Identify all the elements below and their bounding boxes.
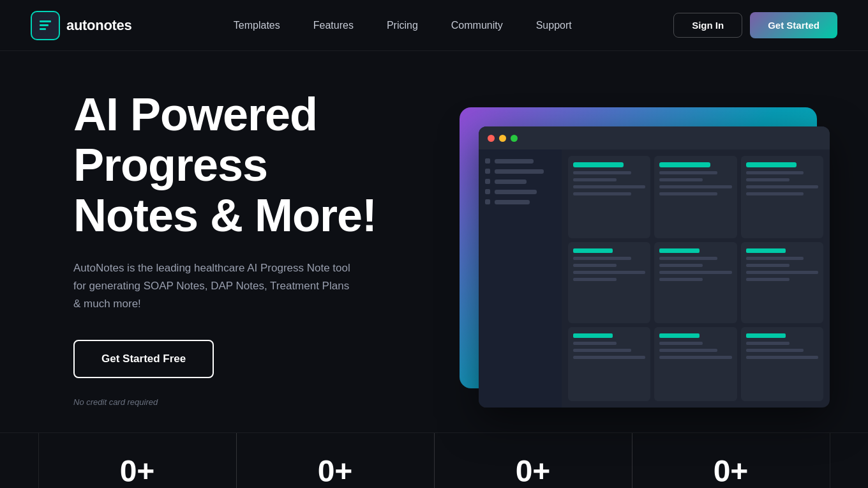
nav-link-features[interactable]: Features <box>299 15 368 36</box>
stat-item-orgs: 0+ Enterprise Organizations <box>236 433 435 488</box>
hero-title: AI Powered Progress Notes & More! <box>73 89 377 241</box>
mock-card <box>568 242 650 323</box>
mock-card-header <box>573 162 624 167</box>
mockup-content <box>479 149 830 408</box>
titlebar-dot-yellow <box>499 135 506 142</box>
hero-content: AI Powered Progress Notes & More! AutoNo… <box>73 89 377 407</box>
sidebar-mock-item <box>485 169 555 174</box>
stat-item-users: 0+ Users <box>38 433 237 488</box>
logo-icon <box>31 11 60 40</box>
mockup-window <box>479 126 830 408</box>
nav-link-support[interactable]: Support <box>522 15 586 36</box>
mock-card <box>741 242 823 323</box>
hero-cta-group: Get Started Free No credit card required <box>73 340 377 407</box>
logo[interactable]: autonotes <box>31 11 131 40</box>
sidebar-bullet <box>485 199 490 204</box>
nav-link-pricing[interactable]: Pricing <box>373 15 432 36</box>
stat-number-plans: 0+ <box>645 456 817 487</box>
hero-cta-button[interactable]: Get Started Free <box>73 340 214 378</box>
hero-section: AI Powered Progress Notes & More! AutoNo… <box>0 51 868 432</box>
nav-actions: Sign In Get Started <box>673 12 837 38</box>
hero-image <box>377 107 817 388</box>
sidebar-bullet <box>485 169 490 174</box>
mock-card <box>654 327 737 401</box>
sidebar-bullet <box>485 179 490 184</box>
hero-subtitle: AutoNotes is the leading healthcare AI P… <box>73 259 354 313</box>
nav-links: Templates Features Pricing Community Sup… <box>220 20 586 31</box>
mock-card <box>741 327 823 401</box>
stat-item-notes: 0+ Notes Generated <box>434 433 632 488</box>
mock-card <box>654 156 737 238</box>
mockup-titlebar <box>479 126 830 149</box>
signin-button[interactable]: Sign In <box>673 13 742 38</box>
mock-card-header <box>746 162 797 167</box>
sidebar-bullet <box>485 189 490 194</box>
navbar: autonotes Templates Features Pricing Com… <box>0 0 868 51</box>
mock-card-header <box>659 162 710 167</box>
get-started-nav-button[interactable]: Get Started <box>750 12 837 38</box>
logo-text: autonotes <box>66 17 131 34</box>
mockup-grid <box>562 149 830 408</box>
nav-link-templates[interactable]: Templates <box>220 15 294 36</box>
sidebar-bullet <box>485 158 490 164</box>
mock-card <box>741 156 823 238</box>
stat-number-orgs: 0+ <box>250 456 421 487</box>
sidebar-mock-item <box>485 158 555 164</box>
sidebar-mock-item <box>485 179 555 184</box>
mockup-sidebar <box>479 149 562 408</box>
stat-number-notes: 0+ <box>447 456 619 487</box>
hero-note: No credit card required <box>73 397 377 407</box>
sidebar-mock-item <box>485 199 555 204</box>
stat-item-plans: 0+ Treatment Plans Generated <box>632 433 830 488</box>
stats-bar: 0+ Users 0+ Enterprise Organizations 0+ … <box>0 432 868 488</box>
mock-card <box>568 327 650 401</box>
titlebar-dot-green <box>511 135 518 142</box>
stat-number-users: 0+ <box>52 456 223 487</box>
nav-link-community[interactable]: Community <box>437 15 517 36</box>
mockup-wrapper <box>460 107 817 388</box>
titlebar-dot-red <box>488 135 495 142</box>
mock-card <box>654 242 737 323</box>
mock-card <box>568 156 650 238</box>
sidebar-mock-item <box>485 189 555 194</box>
